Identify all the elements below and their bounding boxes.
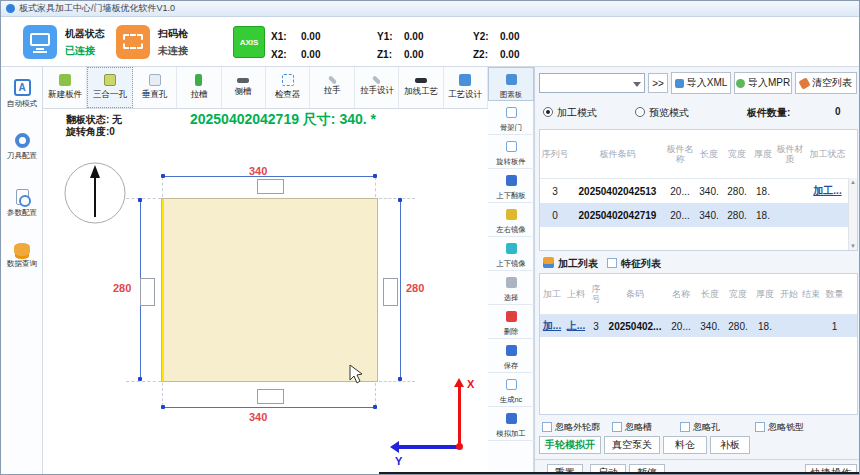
toolbar-button-handle-design[interactable]: 拉手设计 <box>355 67 399 108</box>
expand-button[interactable]: >> <box>648 73 668 93</box>
sidebar-item-label: 自动模式 <box>2 98 42 108</box>
cell-thickness: 18. <box>751 210 775 221</box>
column-header[interactable]: 序号 <box>588 274 604 314</box>
cell-name: 20... <box>666 321 696 332</box>
toolbar-button-new-board[interactable]: 新建板件 <box>43 67 87 108</box>
handle-design-icon <box>372 75 381 84</box>
toolbar-button-process-design[interactable]: 工艺设计 <box>444 67 488 108</box>
sidebar-item-auto-mode[interactable]: A 自动模式 <box>1 75 43 127</box>
ignore-hole-checkbox[interactable] <box>680 422 690 432</box>
column-header[interactable]: 上料 <box>564 274 588 314</box>
sidebar-item-param-config[interactable]: 参数配置 <box>1 185 43 237</box>
column-header[interactable]: 宽度 <box>724 274 752 314</box>
column-header[interactable]: 板件条码 <box>570 130 665 178</box>
board-edge-highlight <box>162 199 164 381</box>
strip-button-delete[interactable]: 删除 <box>488 305 534 339</box>
sidebar-item-tool-config[interactable]: 刀具配置 <box>1 129 43 181</box>
column-header[interactable]: 板件名称 <box>665 130 695 178</box>
sidebar-item-data-query[interactable]: 数据查询 <box>1 239 43 291</box>
cell-load-link[interactable]: 上... <box>564 319 588 333</box>
import-xml-button[interactable]: 导入XML <box>671 72 731 94</box>
toolbar-button-vertical-hole[interactable]: 垂直孔 <box>133 67 177 108</box>
strip-button-element-board[interactable]: 图素板 <box>488 67 534 101</box>
preview-mode-radio[interactable] <box>635 107 645 117</box>
clear-list-label: 清空列表 <box>812 76 852 90</box>
column-header[interactable]: 长度 <box>696 274 724 314</box>
toolbar-button-side-slot[interactable]: 侧槽 <box>222 67 266 108</box>
feature-list-checkbox[interactable] <box>607 258 617 268</box>
edge-marker-bottom[interactable] <box>257 389 284 404</box>
strip-button-simulate[interactable]: 模拟加工 <box>488 407 534 441</box>
column-header[interactable]: 开始 <box>778 274 800 314</box>
coord-z1-label: Z1: <box>377 49 392 60</box>
column-header[interactable]: 加工状态 <box>805 130 850 178</box>
column-header[interactable]: 板件材质 <box>775 130 805 178</box>
toolbar-button-inspector[interactable]: 检查器 <box>266 67 310 108</box>
clear-list-button[interactable]: 清空列表 <box>795 72 857 94</box>
cell-count: 1 <box>822 321 847 332</box>
process-table: 加工 上料 序号 条码 名称 长度 宽度 厚度 开始 结束 数量 加... 上.… <box>539 273 858 415</box>
right-panel: >> 导入XML 导入MPR 清空列表 加工模式 预览模式 板件数量: 0 序列… <box>534 67 860 475</box>
ignore-hole-label: 忽略孔 <box>693 421 720 434</box>
column-header[interactable]: 条码 <box>604 274 666 314</box>
table-row-selected[interactable]: 加... 上... 3 20250402... 20... 340. 280. … <box>540 315 857 337</box>
strip-button-frame-door[interactable]: 骨架门 <box>488 101 534 135</box>
column-header[interactable]: 结束 <box>800 274 822 314</box>
column-header[interactable]: 厚度 <box>752 274 778 314</box>
ignore-outline-checkbox[interactable] <box>542 422 552 432</box>
handwheel-sim-button[interactable]: 手轮模拟开 <box>539 436 601 454</box>
toolbar-button-line-process[interactable]: 加线工艺 <box>399 67 443 108</box>
board-panel[interactable] <box>161 198 378 382</box>
strip-button-rotate-board[interactable]: 旋转板件 <box>488 135 534 169</box>
process-mode-radio[interactable] <box>543 107 553 117</box>
cell-process-link[interactable]: 加... <box>540 319 564 333</box>
column-header[interactable]: 长度 <box>695 130 723 178</box>
save-icon <box>506 345 517 356</box>
edge-marker-top[interactable] <box>257 179 284 194</box>
patch-board-button[interactable]: 补板 <box>710 436 750 454</box>
column-header[interactable]: 厚度 <box>751 130 775 178</box>
strip-button-label: 上下镜像 <box>490 258 532 268</box>
chevron-down-icon <box>633 82 641 87</box>
strip-button-save[interactable]: 保存 <box>488 339 534 373</box>
table-scrollbar[interactable]: ▲ ▼ <box>848 178 857 250</box>
column-header[interactable]: 宽度 <box>723 130 751 178</box>
flip-vertical-icon <box>506 175 517 186</box>
strip-button-flip-vertical[interactable]: 上下翻板 <box>488 169 534 203</box>
divider <box>535 459 860 460</box>
strip-button-generate-nc[interactable]: 生成nc <box>488 373 534 407</box>
vacuum-pump-button[interactable]: 真空泵关 <box>604 436 660 454</box>
toolbar-button-slot[interactable]: 拉槽 <box>177 67 221 108</box>
import-mpr-button[interactable]: 导入MPR <box>734 72 792 94</box>
strip-button-label: 左右镜像 <box>490 224 532 234</box>
mirror-vertical-icon <box>506 243 517 254</box>
strip-button-mirror-horizontal[interactable]: 左右镜像 <box>488 203 534 237</box>
table-row-selected[interactable]: 0 20250402042719 20... 340. 280. 18. <box>540 203 857 227</box>
scroll-down-icon[interactable]: ▼ <box>849 243 857 249</box>
edge-marker-left[interactable] <box>140 278 155 306</box>
strip-button-select[interactable]: 选择 <box>488 271 534 305</box>
drawing-canvas[interactable]: 翻板状态: 无 旋转角度:0 20250402042719 尺寸: 340. *… <box>43 109 488 475</box>
barcode-combo-input[interactable] <box>539 73 645 93</box>
ignore-mill-checkbox[interactable] <box>755 422 765 432</box>
rotation-status-text: 旋转角度:0 <box>66 125 115 139</box>
mouse-cursor <box>349 364 363 384</box>
dimension-endpoint <box>373 405 377 409</box>
scroll-up-icon[interactable]: ▲ <box>849 179 857 185</box>
column-header[interactable]: 加工 <box>540 274 564 314</box>
table-row[interactable]: 3 20250402042513 20... 340. 280. 18. 加工.… <box>540 179 857 203</box>
ignore-slot-checkbox[interactable] <box>612 422 622 432</box>
toolbar-button-three-in-one-hole[interactable]: 三合一孔 <box>87 67 132 108</box>
column-header[interactable]: 序列号 <box>540 130 570 178</box>
edge-marker-right[interactable] <box>383 278 398 306</box>
material-bin-button[interactable]: 料仓 <box>663 436 707 454</box>
toolbar-button-label: 侧槽 <box>235 85 252 97</box>
column-header[interactable]: 数量 <box>822 274 847 314</box>
column-header[interactable]: 名称 <box>666 274 696 314</box>
side-slot-icon <box>237 78 249 83</box>
toolbar-button-handle[interactable]: 拉手 <box>310 67 354 108</box>
strip-button-label: 旋转板件 <box>490 156 532 166</box>
coord-z2-label: Z2: <box>473 49 488 60</box>
cell-status-link[interactable]: 加工... <box>805 184 850 198</box>
strip-button-mirror-vertical[interactable]: 上下镜像 <box>488 237 534 271</box>
